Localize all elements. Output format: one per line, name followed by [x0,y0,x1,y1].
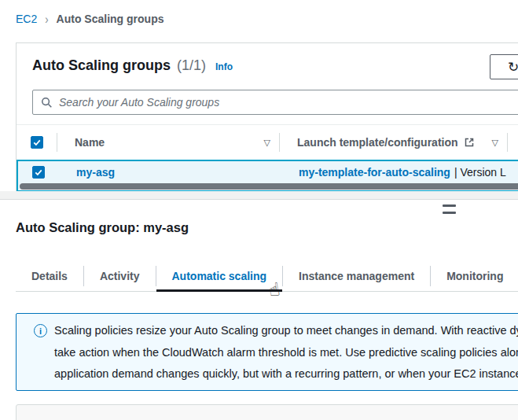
tab-bar: Details Activity Automatic scaling Insta… [16,260,518,292]
asg-name-link[interactable]: my-asg [76,166,115,179]
search-box[interactable] [32,90,518,115]
breadcrumb: EC2 › Auto Scaling groups [16,13,163,25]
launch-template-version: | Version L [454,166,506,179]
drag-handle-bar [443,204,456,207]
asg-list-card: Auto Scaling groups (1/1) Info ↻ Name ▽ … [16,42,518,191]
table-row[interactable]: my-asg my-template-for-auto-scaling | Ve… [17,160,518,192]
breadcrumb-ec2-link[interactable]: EC2 [16,13,37,25]
info-icon: i [34,324,47,337]
drag-handle-bar [443,212,456,214]
breadcrumb-current: Auto Scaling groups [57,13,164,25]
card-header: Auto Scaling groups (1/1) Info [32,57,233,74]
name-column-header: Name [75,136,105,149]
check-icon [34,168,43,177]
tab-instance-management[interactable]: Instance management [283,260,430,292]
tab-automatic-scaling[interactable]: Automatic scaling [156,260,283,292]
refresh-button[interactable]: ↻ [490,54,518,79]
search-icon [41,97,53,109]
launch-column-header: Launch template/configuration [297,136,458,149]
chevron-right-icon: › [45,12,48,27]
panel-divider [0,199,518,200]
horizontal-scrollbar[interactable] [20,183,518,190]
row-checkbox[interactable] [32,166,45,179]
tab-monitoring[interactable]: Monitoring [431,260,518,292]
split-panel-drag-handle[interactable] [443,204,457,214]
info-link[interactable]: Info [215,61,233,72]
sort-name-icon[interactable]: ▽ [264,138,270,148]
refresh-icon: ↻ [508,59,518,76]
scrollbar-thumb[interactable] [20,183,518,190]
check-icon [32,138,42,147]
tab-activity[interactable]: Activity [84,260,156,292]
select-all-checkbox[interactable] [31,136,43,149]
scaling-info-banner: i Scaling policies resize your Auto Scal… [16,313,518,391]
result-count: (1/1) [177,57,206,74]
banner-line: application demand changes quickly, but … [54,363,518,385]
sort-launch-icon[interactable]: ▽ [492,138,498,148]
banner-line: Scaling policies resize your Auto Scalin… [54,320,518,342]
external-link-icon[interactable] [464,137,475,148]
launch-template-link[interactable]: my-template-for-auto-scaling [299,166,450,179]
search-input[interactable] [59,96,518,109]
detail-panel-title: Auto Scaling group: my-asg [16,220,189,235]
banner-text: Scaling policies resize your Auto Scalin… [54,320,518,390]
tab-details[interactable]: Details [16,260,83,292]
page-title: Auto Scaling groups [32,57,171,74]
banner-line: take action when the CloudWatch alarm th… [54,342,518,364]
table-header-row: Name ▽ Launch template/configuration ▽ [17,124,518,160]
panel-gap [0,191,518,199]
policies-card-partial [16,404,518,420]
